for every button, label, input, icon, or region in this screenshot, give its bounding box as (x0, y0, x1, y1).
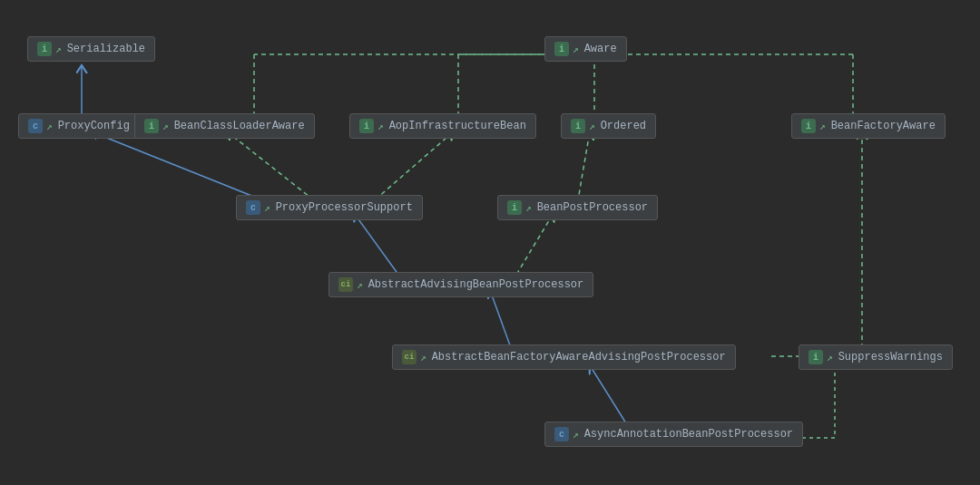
arrows-svg (0, 0, 980, 485)
node-serializable[interactable]: i ↗ Serializable (27, 36, 155, 62)
badge-aware: i (554, 42, 569, 56)
node-abstractbeanfactoryawareadvisingpostprocessor[interactable]: ci ↗ AbstractBeanFactoryAwareAdvisingPos… (392, 344, 736, 370)
node-aopinfrastructurebean[interactable]: i ↗ AopInfrastructureBean (349, 113, 536, 139)
node-beanfactoryaware[interactable]: i ↗ BeanFactoryAware (791, 113, 946, 139)
label-asyncannotationbeanpostprocessor: AsyncAnnotationBeanPostProcessor (584, 428, 793, 441)
label-beanfactoryaware: BeanFactoryAware (831, 120, 936, 132)
label-beanclassloaderaware: BeanClassLoaderAware (174, 120, 305, 132)
badge-beanclassloaderaware: i (144, 119, 159, 133)
node-suppresswarnings[interactable]: i ↗ SuppressWarnings (799, 344, 953, 370)
badge-abstractadvisingbeanpostprocessor: ci (338, 277, 353, 292)
badge-abstractbeanfactoryawareadvisingpostprocessor: ci (402, 350, 416, 364)
node-beanpostprocessor[interactable]: i ↗ BeanPostProcessor (497, 195, 658, 220)
label-beanpostprocessor: BeanPostProcessor (537, 201, 648, 214)
node-proxyconfig[interactable]: c ↗ ProxyConfig (18, 113, 140, 139)
label-proxyconfig: ProxyConfig (58, 120, 130, 132)
label-serializable: Serializable (67, 43, 145, 55)
diagram-container: i ↗ Serializable i ↗ Aware c ↗ ProxyConf… (0, 0, 980, 485)
badge-asyncannotationbeanpostprocessor: c (554, 427, 569, 441)
node-aware[interactable]: i ↗ Aware (544, 36, 627, 62)
label-aware: Aware (584, 43, 617, 55)
label-abstractadvisingbeanpostprocessor: AbstractAdvisingBeanPostProcessor (368, 278, 584, 291)
badge-proxyconfig: c (28, 119, 43, 133)
label-aopinfrastructurebean: AopInfrastructureBean (389, 120, 526, 132)
node-beanclassloaderaware[interactable]: i ↗ BeanClassLoaderAware (134, 113, 315, 139)
node-ordered[interactable]: i ↗ Ordered (561, 113, 656, 139)
badge-ordered: i (571, 119, 585, 133)
node-proxyprocessorsupport[interactable]: c ↗ ProxyProcessorSupport (236, 195, 423, 220)
node-abstractadvisingbeanpostprocessor[interactable]: ci ↗ AbstractAdvisingBeanPostProcessor (328, 272, 593, 297)
badge-aopinfrastructurebean: i (359, 119, 374, 133)
node-asyncannotationbeanpostprocessor[interactable]: c ↗ AsyncAnnotationBeanPostProcessor (544, 422, 803, 447)
badge-serializable: i (37, 42, 52, 56)
label-suppresswarnings: SuppressWarnings (838, 351, 943, 364)
badge-beanfactoryaware: i (801, 119, 816, 133)
badge-suppresswarnings: i (808, 350, 823, 364)
label-abstractbeanfactoryawareadvisingpostprocessor: AbstractBeanFactoryAwareAdvisingPostProc… (432, 351, 726, 364)
badge-proxyprocessorsupport: c (246, 200, 260, 215)
badge-beanpostprocessor: i (507, 200, 522, 215)
label-proxyprocessorsupport: ProxyProcessorSupport (276, 201, 413, 214)
label-ordered: Ordered (601, 120, 646, 132)
